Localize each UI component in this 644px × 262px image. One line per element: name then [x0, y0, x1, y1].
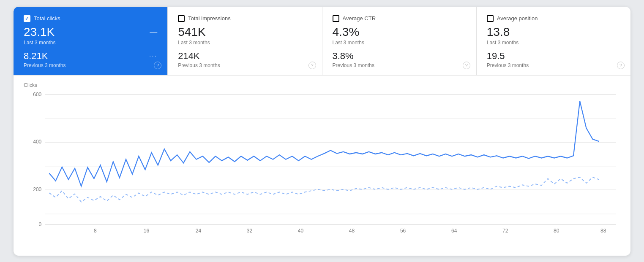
- metric-label-total-impressions: Total impressions: [188, 15, 230, 22]
- metric-dots-icon: ···: [149, 52, 157, 60]
- svg-text:48: 48: [349, 227, 355, 233]
- metric-value1-total-clicks: 23.1K —: [24, 25, 157, 39]
- metric-period1-average-position: Last 3 months: [487, 40, 620, 46]
- metric-value2-total-clicks: 8.21K ···: [24, 51, 157, 62]
- metric-label-average-position: Average position: [497, 15, 538, 22]
- svg-text:56: 56: [400, 227, 406, 233]
- metric-value2-total-impressions: 214K: [178, 51, 311, 62]
- svg-text:16: 16: [144, 227, 150, 233]
- svg-text:40: 40: [298, 227, 304, 233]
- metric-label-average-ctr: Average CTR: [343, 15, 376, 22]
- svg-text:24: 24: [196, 227, 202, 233]
- svg-text:600: 600: [33, 91, 41, 97]
- metric-period1-average-ctr: Last 3 months: [333, 40, 466, 46]
- help-icon-average-position[interactable]: ?: [617, 62, 625, 69]
- metric-value1-average-position: 13.8: [487, 25, 620, 39]
- chart-svg: 600 400 200 0 8 16 24 32 40 48 56 64 72 …: [24, 90, 620, 233]
- solid-line: [49, 101, 599, 186]
- chart-y-label: Clicks: [24, 82, 620, 88]
- metric-checkbox-average-ctr[interactable]: [333, 15, 339, 22]
- svg-text:72: 72: [502, 227, 508, 233]
- svg-text:88: 88: [600, 227, 606, 233]
- metrics-row: ✓ Total clicks 23.1K — Last 3 months 8.2…: [14, 7, 630, 76]
- metric-value1-average-ctr: 4.3%: [333, 25, 466, 39]
- help-icon-total-clicks[interactable]: ?: [154, 62, 161, 69]
- svg-text:64: 64: [451, 227, 457, 233]
- svg-text:400: 400: [33, 139, 41, 145]
- metric-header-total-clicks: ✓ Total clicks: [24, 15, 157, 22]
- metric-tile-average-ctr[interactable]: Average CTR 4.3% Last 3 months 3.8% Prev…: [322, 7, 477, 75]
- chart-container: 600 400 200 0 8 16 24 32 40 48 56 64 72 …: [24, 90, 620, 233]
- metric-checkbox-total-clicks[interactable]: ✓: [24, 15, 30, 22]
- svg-text:200: 200: [33, 186, 41, 192]
- metric-period2-total-impressions: Previous 3 months: [178, 62, 311, 68]
- metric-header-total-impressions: Total impressions: [178, 15, 311, 22]
- metric-dash-icon: —: [150, 27, 157, 36]
- metric-checkbox-average-position[interactable]: [487, 15, 494, 22]
- main-card: ✓ Total clicks 23.1K — Last 3 months 8.2…: [14, 7, 630, 256]
- svg-text:0: 0: [39, 221, 42, 227]
- svg-text:8: 8: [94, 227, 97, 233]
- metric-period1-total-clicks: Last 3 months: [24, 40, 157, 46]
- metric-tile-total-clicks[interactable]: ✓ Total clicks 23.1K — Last 3 months 8.2…: [14, 7, 168, 75]
- metric-checkbox-total-impressions[interactable]: [178, 15, 185, 22]
- svg-text:80: 80: [554, 227, 559, 233]
- metric-header-average-position: Average position: [487, 15, 620, 22]
- svg-text:32: 32: [247, 227, 253, 233]
- metric-header-average-ctr: Average CTR: [333, 15, 466, 22]
- metric-period1-total-impressions: Last 3 months: [178, 40, 311, 46]
- metric-period2-average-ctr: Previous 3 months: [333, 62, 466, 68]
- metric-label-total-clicks: Total clicks: [34, 15, 60, 22]
- metric-value2-average-ctr: 3.8%: [333, 51, 466, 62]
- chart-area: Clicks 600 400 200 0 8 16 24 32: [14, 76, 630, 233]
- help-icon-total-impressions[interactable]: ?: [308, 62, 316, 69]
- help-icon-average-ctr[interactable]: ?: [463, 62, 470, 69]
- metric-period2-total-clicks: Previous 3 months: [24, 62, 157, 68]
- metric-value1-total-impressions: 541K: [178, 25, 311, 39]
- metric-period2-average-position: Previous 3 months: [487, 62, 620, 68]
- metric-tile-average-position[interactable]: Average position 13.8 Last 3 months 19.5…: [477, 7, 630, 75]
- metric-value2-average-position: 19.5: [487, 51, 620, 62]
- checkmark-icon: ✓: [25, 16, 29, 21]
- metric-tile-total-impressions[interactable]: Total impressions 541K Last 3 months 214…: [168, 7, 322, 75]
